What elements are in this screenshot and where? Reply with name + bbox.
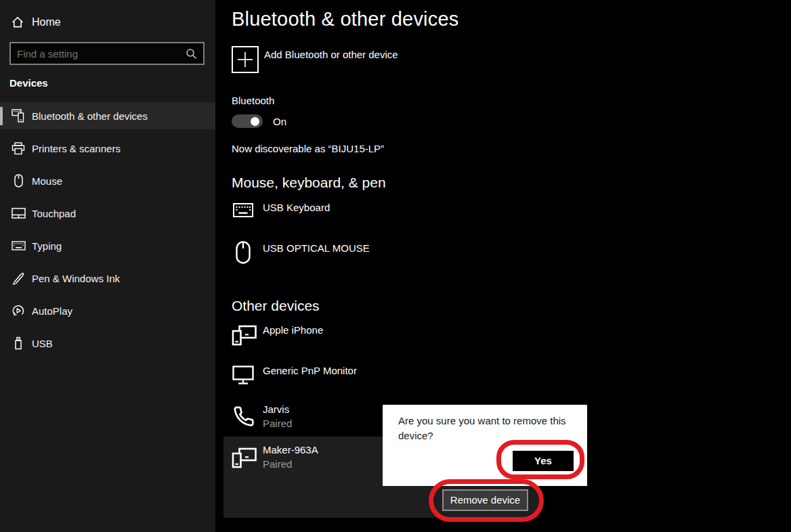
device-status: Paired xyxy=(263,418,292,429)
sidebar-item-label: Bluetooth & other devices xyxy=(32,110,148,122)
sidebar-item-label: USB xyxy=(32,338,53,349)
sidebar-item-bluetooth-other-devices[interactable]: Bluetooth & other devices xyxy=(0,102,215,129)
search-icon[interactable] xyxy=(186,48,197,60)
usb-icon xyxy=(11,336,26,350)
sidebar-item-autoplay[interactable]: AutoPlay xyxy=(0,297,215,324)
device-row-apple-iphone[interactable]: Apple iPhone xyxy=(223,321,539,352)
device-name: Apple iPhone xyxy=(263,324,323,336)
sidebar-item-usb[interactable]: USB xyxy=(0,330,215,357)
section-header-mouse-keyboard-pen: Mouse, keyboard, & pen xyxy=(232,175,386,191)
device-name: USB Keyboard xyxy=(263,202,330,213)
sidebar-item-label: Touchpad xyxy=(32,208,76,219)
device-name: Maker-963A xyxy=(263,444,318,456)
toggle-knob xyxy=(251,117,259,126)
sidebar-item-label: Mouse xyxy=(32,175,62,187)
sidebar-item-printers-scanners[interactable]: Printers & scanners xyxy=(0,135,215,162)
device-row-usb-keyboard[interactable]: USB Keyboard xyxy=(223,196,539,227)
plus-icon xyxy=(232,46,259,73)
device-row-generic-pnp-monitor[interactable]: Generic PnP Monitor xyxy=(223,361,539,391)
pen-icon xyxy=(11,271,26,285)
sidebar-section-header: Devices xyxy=(9,77,48,89)
printer-icon xyxy=(11,141,26,155)
toggle-state-label: On xyxy=(273,116,286,127)
remove-confirmation-dialog: Are you sure you want to remove this dev… xyxy=(383,405,587,486)
device-status: Paired xyxy=(263,458,292,470)
device-name: Jarvis xyxy=(263,403,289,415)
home-icon xyxy=(11,16,24,29)
touchpad-icon xyxy=(11,206,26,220)
bluetooth-label: Bluetooth xyxy=(232,95,274,106)
sidebar-item-label: Typing xyxy=(32,240,62,252)
search-input[interactable] xyxy=(11,48,186,60)
sidebar-item-mouse[interactable]: Mouse xyxy=(0,167,215,194)
phone-and-monitor-icon xyxy=(232,325,257,347)
device-name: Generic PnP Monitor xyxy=(263,365,357,376)
discoverable-status-text: Now discoverable as “BIJU15-LP” xyxy=(232,143,384,154)
search-box xyxy=(9,42,205,65)
sidebar: Home Devices Bluetooth & other devices P… xyxy=(0,0,215,532)
add-device-label: Add Bluetooth or other device xyxy=(264,49,398,60)
autoplay-icon xyxy=(11,304,26,317)
device-row-usb-optical-mouse[interactable]: USB OPTICAL MOUSE xyxy=(223,236,539,269)
mouse-device-icon xyxy=(236,241,251,264)
yes-button[interactable]: Yes xyxy=(513,451,574,471)
add-bluetooth-device-button[interactable]: Add Bluetooth or other device xyxy=(232,46,557,73)
sidebar-item-label: AutoPlay xyxy=(32,305,72,317)
sidebar-item-typing[interactable]: Typing xyxy=(0,232,215,259)
mouse-icon xyxy=(11,174,26,187)
remove-device-button[interactable]: Remove device xyxy=(442,489,528,511)
sidebar-item-pen-windows-ink[interactable]: Pen & Windows Ink xyxy=(0,265,215,292)
home-label: Home xyxy=(32,16,61,28)
typing-keyboard-icon xyxy=(11,239,26,252)
page-title: Bluetooth & other devices xyxy=(232,8,458,30)
section-header-other-devices: Other devices xyxy=(232,298,320,314)
keyboard-icon xyxy=(233,203,253,217)
dialog-message: Are you sure you want to remove this dev… xyxy=(398,414,577,443)
sidebar-item-label: Printers & scanners xyxy=(32,143,121,154)
sidebar-item-touchpad[interactable]: Touchpad xyxy=(0,200,215,227)
phone-and-monitor-icon xyxy=(232,447,257,469)
phone-handset-icon xyxy=(233,406,255,428)
sidebar-item-home[interactable]: Home xyxy=(0,9,215,35)
selected-accent-bar xyxy=(0,107,3,125)
device-name: USB OPTICAL MOUSE xyxy=(263,242,370,254)
monitor-icon xyxy=(232,365,254,385)
bluetooth-toggle[interactable] xyxy=(232,114,263,128)
bluetooth-devices-icon xyxy=(11,109,26,123)
settings-window: Home Devices Bluetooth & other devices P… xyxy=(0,0,791,532)
sidebar-item-label: Pen & Windows Ink xyxy=(32,273,120,284)
